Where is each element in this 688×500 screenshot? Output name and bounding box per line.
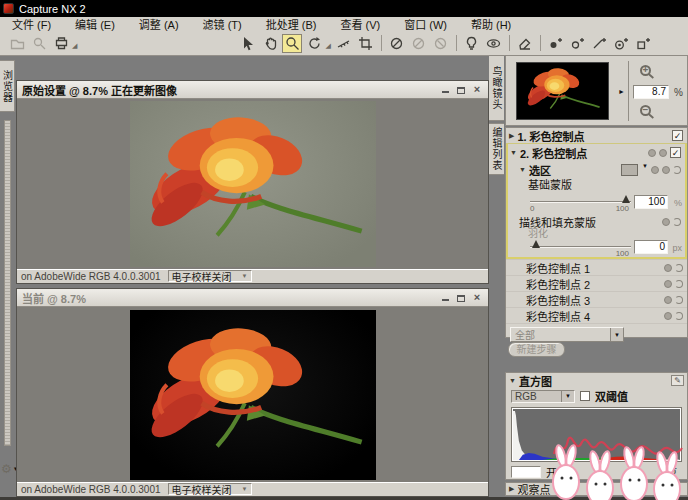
new-step-button[interactable]: 新建步骤: [508, 342, 565, 357]
original-photo[interactable]: [130, 101, 376, 267]
white-control-point-icon[interactable]: [568, 34, 588, 53]
show-effect-icon[interactable]: [648, 149, 656, 157]
crop-tool-icon[interactable]: [356, 34, 376, 53]
feather-value-field[interactable]: 0: [634, 240, 668, 254]
show-effect-icon[interactable]: [664, 312, 672, 320]
auto-retouch-brush-icon[interactable]: [462, 34, 482, 53]
swatch-dropdown-icon[interactable]: ▼: [642, 163, 648, 169]
toolbar-overflow-icon[interactable]: ◢: [72, 42, 77, 50]
feather-slider-handle[interactable]: [532, 240, 540, 248]
selection-section[interactable]: ▼ 选区 ▼: [508, 161, 685, 178]
maximize-button[interactable]: [455, 292, 467, 303]
current-canvas[interactable]: [17, 307, 488, 482]
birdseye-thumbnail[interactable]: [516, 62, 609, 120]
current-window-titlebar[interactable]: 当前 @ 8.7% ×: [17, 289, 488, 307]
collapse-triangle-icon[interactable]: ▼: [510, 149, 517, 156]
menu-help[interactable]: 帮助 (H): [459, 16, 523, 32]
view-toggle2-icon[interactable]: [662, 166, 670, 174]
direct-select-tool-icon[interactable]: [238, 34, 258, 53]
soft-proof-dropdown[interactable]: 电子校样关闭 ▼: [168, 270, 252, 282]
gradient-select3-tool-icon[interactable]: [431, 34, 451, 53]
eraser-tool-icon[interactable]: [515, 34, 535, 53]
zoom-in-icon[interactable]: [640, 65, 651, 76]
menu-filter[interactable]: 滤镜 (T): [191, 16, 254, 32]
threshold-start-field[interactable]: [511, 466, 541, 478]
mask-swatch[interactable]: [621, 164, 638, 176]
reset-icon[interactable]: [673, 166, 681, 174]
version-filter-dropdown[interactable]: 全部 ▼: [510, 327, 624, 342]
selection-control-point-icon[interactable]: [634, 34, 654, 53]
control-point-row[interactable]: 彩色控制点 4: [506, 307, 687, 323]
watch-points-section[interactable]: ▶ 观察点: [505, 482, 688, 496]
menu-window[interactable]: 窗口 (W): [392, 16, 459, 32]
gradient-select-tool-icon[interactable]: [387, 34, 407, 53]
current-photo[interactable]: [130, 310, 376, 480]
launch-browser-icon[interactable]: [7, 34, 27, 53]
settings-gear-icon[interactable]: ⚙: [1, 462, 12, 476]
edit-step-2[interactable]: ▼ 2. 彩色控制点 ✓: [508, 144, 685, 161]
expand-triangle-icon[interactable]: ▶: [509, 132, 514, 140]
reset-icon[interactable]: [675, 280, 683, 288]
minimize-button[interactable]: [439, 84, 451, 95]
menu-batch[interactable]: 批处理 (B): [254, 16, 329, 32]
expand-triangle-icon[interactable]: ▶: [509, 485, 514, 493]
show-mask-icon[interactable]: [659, 149, 667, 157]
close-button[interactable]: ×: [471, 84, 483, 95]
close-button[interactable]: ×: [471, 292, 483, 303]
channel-dropdown[interactable]: RGB ▼: [511, 390, 575, 403]
show-loupe-icon[interactable]: [29, 34, 49, 53]
soft-proof-dropdown[interactable]: 电子校样关闭 ▼: [168, 483, 252, 495]
menu-edit[interactable]: 编辑 (E): [63, 16, 127, 32]
minimize-button[interactable]: [439, 292, 451, 303]
browser-palette-tab[interactable]: 浏览器: [0, 60, 15, 112]
reset-icon[interactable]: [675, 312, 683, 320]
reset-icon[interactable]: [675, 264, 683, 272]
show-effect-icon[interactable]: [664, 296, 672, 304]
straighten-tool-icon[interactable]: [334, 34, 354, 53]
collapse-triangle-icon[interactable]: ▼: [519, 166, 526, 173]
levels-curves-icon[interactable]: ✎: [671, 375, 684, 386]
edit-step-1[interactable]: ▶ 1. 彩色控制点 ✓: [506, 128, 687, 144]
original-window-titlebar[interactable]: 原始设置 @ 8.7% 正在更新图像 ×: [17, 81, 488, 99]
step-2-enabled-checkbox[interactable]: ✓: [670, 147, 681, 158]
rotate-tool-icon[interactable]: [304, 34, 324, 53]
zoom-tool-icon[interactable]: [282, 34, 302, 53]
zoom-out-icon[interactable]: [640, 105, 651, 116]
reset-icon[interactable]: [673, 218, 681, 226]
collapse-triangle-icon[interactable]: ▼: [509, 377, 516, 384]
black-control-point-icon[interactable]: [546, 34, 566, 53]
base-mask-value-field[interactable]: 100: [634, 195, 668, 209]
base-mask-slider-track[interactable]: [530, 201, 631, 203]
view-toggle-icon[interactable]: [651, 166, 659, 174]
rotate-options-icon[interactable]: ◢: [325, 42, 330, 50]
zoom-value-field[interactable]: 8.7: [633, 85, 669, 99]
base-mask-slider-handle[interactable]: [622, 195, 630, 203]
control-point-row[interactable]: 彩色控制点 3: [506, 291, 687, 307]
left-palette-splitter[interactable]: [4, 120, 11, 446]
view-toggle-icon[interactable]: [662, 218, 670, 226]
step-1-enabled-checkbox[interactable]: ✓: [672, 130, 683, 141]
menu-file[interactable]: 文件 (F): [0, 16, 63, 32]
neutral-control-point-icon[interactable]: [590, 34, 610, 53]
histogram-header[interactable]: ▼ 直方图 ✎: [506, 373, 687, 388]
menu-adjust[interactable]: 调整 (A): [127, 16, 191, 32]
histogram-reset-icon[interactable]: ↺: [667, 466, 677, 478]
editlist-palette-tab[interactable]: 编辑列表: [489, 123, 504, 175]
zoom-slider-pointer[interactable]: ►: [618, 88, 625, 95]
redeye-tool-icon[interactable]: [484, 34, 504, 53]
gradient-select2-tool-icon[interactable]: [409, 34, 429, 53]
print-icon[interactable]: [51, 34, 71, 53]
feather-slider-track[interactable]: [530, 246, 631, 248]
birdseye-palette-tab[interactable]: 鸟瞰镜头: [489, 55, 504, 121]
show-effect-icon[interactable]: [664, 280, 672, 288]
show-effect-icon[interactable]: [664, 264, 672, 272]
menu-view[interactable]: 查看 (V): [328, 16, 392, 32]
paint-fill-section[interactable]: 描线和填充蒙版: [508, 214, 685, 229]
dual-threshold-checkbox[interactable]: [580, 391, 590, 401]
hand-tool-icon[interactable]: [260, 34, 280, 53]
control-point-row[interactable]: 彩色控制点 2: [506, 275, 687, 291]
color-control-point-icon[interactable]: [612, 34, 632, 53]
reset-icon[interactable]: [675, 296, 683, 304]
maximize-button[interactable]: [455, 84, 467, 95]
original-canvas[interactable]: [17, 99, 488, 269]
